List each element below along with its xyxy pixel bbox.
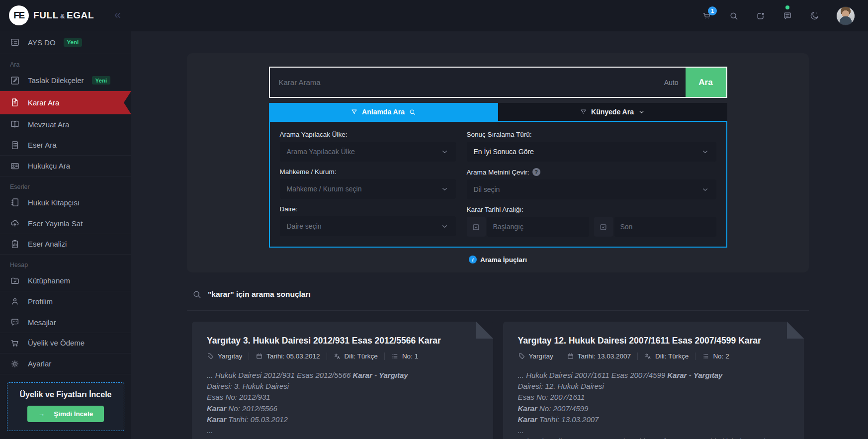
sidebar-item-eser-ara[interactable]: Eser Ara <box>0 135 131 156</box>
result-title: Yargıtay 12. Hukuk Dairesi 2007/1611 Esa… <box>518 336 789 346</box>
sidebar-item-mevzuat-ara[interactable]: Mevzuat Ara <box>0 114 131 135</box>
sort-select[interactable]: En İyi Sonuca Göre <box>467 142 716 162</box>
result-excerpt: ... Hukuk Dairesi 2012/931 Esas 2012/556… <box>207 370 478 436</box>
app-root: FE FULL&EGAL AYS DO Yeni Ara Taslak Dile… <box>0 0 868 439</box>
sidebar-item-label: Ayarlar <box>28 359 51 368</box>
online-status-dot <box>785 5 789 9</box>
promo-cta-label: Şimdi İncele <box>54 410 93 418</box>
daterange-label: Karar Tarihi Aralığı: <box>467 206 716 213</box>
meta-court: Yargıtay <box>207 352 249 360</box>
meta-court: Yargıtay <box>518 352 560 360</box>
sidebar-item-mesajlar[interactable]: Mesajlar <box>0 312 131 333</box>
sidebar-item-eser-analizi[interactable]: Eser Analizi <box>0 234 131 255</box>
chamber-label: Daire: <box>280 205 456 213</box>
date-start-group <box>467 217 589 237</box>
chevron-down-icon <box>701 148 709 156</box>
court-select[interactable]: Mahkeme / Kurum seçin <box>280 179 456 199</box>
search-tips-link[interactable]: i Arama İpuçları <box>269 256 727 263</box>
calendar-icon <box>256 352 263 360</box>
document-icon <box>10 97 20 107</box>
country-label: Arama Yapılacak Ülke: <box>280 131 456 138</box>
meta-text: Tarihi: 13.03.2007 <box>578 352 631 360</box>
meta-text: No: 2 <box>713 352 729 360</box>
calendar-icon[interactable] <box>467 217 486 237</box>
sidebar-item-profilim[interactable]: Profilim <box>0 291 131 312</box>
date-end-input[interactable] <box>614 217 716 237</box>
sidebar-item-label: Mevzuat Ara <box>28 120 69 129</box>
pencil-square-icon <box>10 76 20 86</box>
sidebar-item-taslak-dilekceler[interactable]: Taslak Dilekçeler Yeni <box>0 70 131 91</box>
sidebar-item-hukukcu-ara[interactable]: Hukukçu Ara <box>0 156 131 176</box>
result-title: Yargıtay 3. Hukuk Dairesi 2012/931 Esas … <box>207 336 478 346</box>
chevron-down-icon <box>440 148 449 156</box>
result-meta: Yargıtay Tarihi: 05.03.2012 Dili: Türkçe… <box>207 352 478 360</box>
sidebar-item-uyelik-ve-odeme[interactable]: Üyelik ve Ödeme <box>0 333 131 354</box>
sidebar-item-karar-ara[interactable]: Karar Ara <box>0 91 131 114</box>
search-submit-button[interactable]: Ara <box>686 68 726 97</box>
result-card-2[interactable]: Yargıtay 12. Hukuk Dairesi 2007/1611 Esa… <box>503 322 804 439</box>
chamber-select[interactable]: Daire seçin <box>280 216 456 236</box>
chevron-down-icon <box>701 185 709 194</box>
brand-logo-icon[interactable]: FE <box>9 5 29 25</box>
date-start-input[interactable] <box>487 217 589 237</box>
id-card-icon <box>10 161 20 171</box>
sidebar-item-label: Karar Ara <box>28 98 59 107</box>
messages-icon[interactable] <box>782 11 792 21</box>
search-input[interactable] <box>270 68 664 97</box>
tab-anlamda-ara[interactable]: Anlamda Ara <box>269 103 498 121</box>
main-content: Auto Ara Anlamda Ara Künyede Ara <box>131 31 868 439</box>
translate-label-text: Arama Metnini Çevir: <box>467 169 529 176</box>
result-card-1[interactable]: Yargıtay 3. Hukuk Dairesi 2012/931 Esas … <box>192 322 493 439</box>
sidebar-item-ayarlar[interactable]: Ayarlar <box>0 353 131 374</box>
dark-mode-moon-icon[interactable] <box>809 11 819 21</box>
checklist-icon <box>10 37 20 47</box>
calendar-icon[interactable] <box>594 217 613 237</box>
tag-icon <box>207 352 214 360</box>
search-icon <box>192 289 202 299</box>
sidebar-item-label: Üyelik ve Ödeme <box>28 339 85 347</box>
search-results: "karar" için arama sonuçları Yargıtay 3.… <box>187 289 809 439</box>
sidebar-item-kutuphanem[interactable]: Kütüphanem <box>0 270 131 291</box>
result-cards: Yargıtay 3. Hukuk Dairesi 2012/931 Esas … <box>187 311 809 439</box>
select-placeholder: Arama Yapılacak Ülke <box>287 148 440 156</box>
sidebar-item-ays-do[interactable]: AYS DO Yeni <box>0 31 131 55</box>
search-icon[interactable] <box>729 11 739 21</box>
content-column: 1 Auto <box>131 0 868 439</box>
calendar-icon <box>567 352 574 360</box>
sidebar-item-label: Taslak Dilekçeler <box>28 76 84 85</box>
list-icon <box>391 352 399 360</box>
meta-language: Dili: Türkçe <box>637 352 695 360</box>
chat-icon <box>10 317 20 327</box>
folder-icon <box>10 276 20 286</box>
results-header-text: "karar" için arama sonuçları <box>208 290 311 299</box>
date-end-group <box>594 217 716 237</box>
sidebar-item-hukuk-kitapcisi[interactable]: Hukuk Kitapçısı <box>0 192 131 213</box>
sidebar-item-eser-yayinla-sat[interactable]: Eser Yayınla Sat <box>0 213 131 234</box>
search-panel: Auto Ara Anlamda Ara Künyede Ara <box>187 53 809 272</box>
list-document-icon <box>10 140 20 150</box>
user-avatar[interactable] <box>836 6 855 25</box>
cart-count-badge: 1 <box>708 6 717 15</box>
translate-language-select[interactable]: Dil seçin <box>467 179 716 199</box>
promo-cta-button[interactable]: →Şimdi İncele <box>27 406 104 422</box>
sidebar-item-label: Eser Yayınla Sat <box>28 219 83 228</box>
sidebar-item-label: Hukukçu Ara <box>28 162 70 170</box>
cloud-upload-icon <box>10 218 20 228</box>
brand-name: FULL&EGAL <box>33 10 94 21</box>
sidebar-section-hesap: Hesap <box>0 255 131 270</box>
sidebar-collapse-icon[interactable] <box>112 10 122 20</box>
tab-kunyede-ara[interactable]: Künyede Ara <box>498 103 727 121</box>
notifications-icon[interactable] <box>756 11 766 21</box>
help-question-icon[interactable]: ? <box>532 168 540 176</box>
meta-text: Dili: Türkçe <box>655 352 689 360</box>
country-select[interactable]: Arama Yapılacak Ülke <box>280 142 456 162</box>
sidebar-section-eserler: Eserler <box>0 176 131 192</box>
meta-number: No: 1 <box>384 352 425 360</box>
sidebar-item-label: Profilim <box>28 297 53 306</box>
user-icon <box>10 296 20 306</box>
meta-text: Yargıtay <box>218 352 242 360</box>
dogear-fold-icon <box>787 322 804 339</box>
tab-label: Künyede Ara <box>591 108 634 116</box>
cart-icon[interactable]: 1 <box>702 11 712 21</box>
search-mode-tabs: Anlamda Ara Künyede Ara <box>269 103 727 121</box>
